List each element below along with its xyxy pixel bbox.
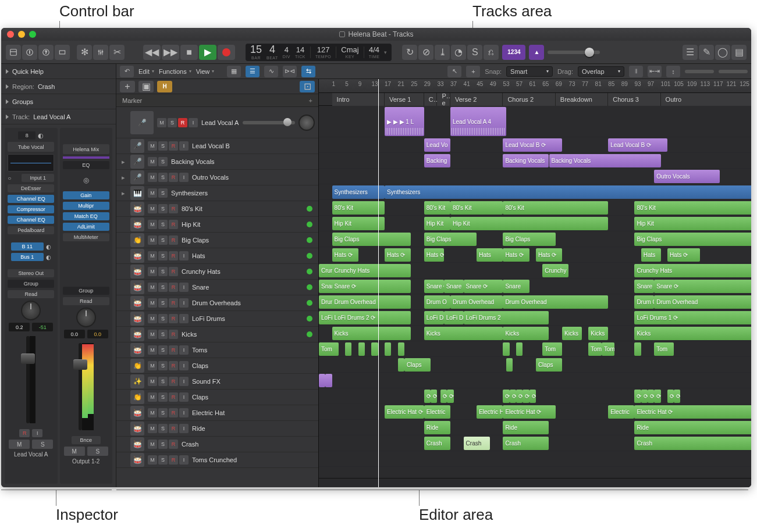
track-header[interactable]: 🎤MSRILead Vocal B xyxy=(116,138,318,154)
region[interactable]: Hip Kit xyxy=(450,217,608,230)
insert-slot[interactable]: Multipr xyxy=(63,202,109,210)
region[interactable]: ⟳ xyxy=(648,390,654,403)
marker[interactable]: Verse 1 xyxy=(385,93,424,106)
region[interactable] xyxy=(634,342,641,356)
region[interactable]: Hats xyxy=(641,248,661,262)
region[interactable]: Synthesizers xyxy=(332,185,385,199)
level-field[interactable]: 0.2 xyxy=(9,323,30,331)
region[interactable]: Lead Vocal B ⟳ xyxy=(608,138,667,152)
solo-button[interactable]: S xyxy=(158,408,168,417)
waveform-zoom-button[interactable]: ⫴ xyxy=(629,66,643,77)
track-header[interactable]: 🥁MSRISnare xyxy=(116,280,318,295)
insert-slot[interactable]: Match EQ xyxy=(63,212,109,220)
record-button[interactable]: R xyxy=(169,173,178,182)
region[interactable]: Tom xyxy=(588,342,602,356)
duplicate-track-button[interactable]: ▣ xyxy=(138,81,154,92)
horizontal-scrollbar[interactable] xyxy=(319,478,751,487)
region[interactable]: ⟳ xyxy=(667,390,674,403)
region[interactable]: Crunchy xyxy=(542,264,568,277)
metronome-button[interactable]: ▲ xyxy=(529,45,544,60)
region[interactable]: ⟳ xyxy=(510,390,516,403)
input-monitor-button[interactable]: I xyxy=(179,455,189,465)
region[interactable]: Big Claps xyxy=(503,233,555,246)
input-monitor-button[interactable]: I xyxy=(179,283,189,292)
quick-help-disclosure[interactable]: Quick Help xyxy=(1,64,116,79)
list-editors-button[interactable]: ☰ xyxy=(683,45,698,60)
region[interactable]: Kicks xyxy=(503,327,549,340)
tuner-button[interactable]: ◔ xyxy=(451,45,466,60)
disclosure-triangle-icon[interactable]: ▸ xyxy=(120,158,127,166)
mute-button[interactable]: M xyxy=(148,330,157,339)
region[interactable]: ⟳ xyxy=(634,390,641,403)
flex-button[interactable]: ∿ xyxy=(264,66,278,77)
track-lane[interactable] xyxy=(319,357,751,373)
region[interactable]: ⟳ xyxy=(654,390,660,403)
region[interactable] xyxy=(319,374,325,387)
ruler[interactable]: 1591317212529333741454953576165697377818… xyxy=(319,79,751,93)
region[interactable]: Tom xyxy=(542,342,562,356)
region[interactable]: Kicks xyxy=(424,327,503,340)
region[interactable] xyxy=(516,342,523,356)
marker[interactable]: Outro xyxy=(661,93,751,106)
region[interactable]: Kicks xyxy=(634,327,751,340)
track-header[interactable]: ▸🎹MSSynthesizers xyxy=(116,185,318,201)
solo-button[interactable]: S xyxy=(158,204,168,213)
input-monitor-button[interactable]: I xyxy=(179,314,189,323)
disclosure-triangle-icon[interactable]: ▸ xyxy=(120,174,127,181)
media-button[interactable]: ▤ xyxy=(731,45,747,60)
mute-button[interactable]: M xyxy=(148,141,157,151)
region[interactable]: Backing xyxy=(424,154,450,167)
region[interactable]: Big Claps xyxy=(634,233,751,246)
region[interactable]: Electric xyxy=(424,405,450,419)
region[interactable] xyxy=(345,342,351,356)
setting-slot[interactable]: Tube Vocal xyxy=(8,142,54,152)
insert-slot[interactable]: Channel EQ xyxy=(8,195,54,203)
region[interactable]: Backing Vocals xyxy=(503,154,549,167)
record-button[interactable]: R xyxy=(169,204,178,213)
smart-controls-button[interactable]: ✻ xyxy=(77,45,92,60)
input-monitor-button[interactable]: I xyxy=(179,408,189,417)
toolbar-button[interactable] xyxy=(55,45,70,60)
automation-slot[interactable]: Read xyxy=(63,297,109,305)
region[interactable]: LoFi Dru xyxy=(444,311,464,324)
insert-slot[interactable]: Compressor xyxy=(8,205,54,213)
region[interactable] xyxy=(503,342,509,356)
input-monitor-button[interactable]: I xyxy=(179,251,189,260)
region[interactable]: Ride xyxy=(424,421,450,434)
region[interactable]: Hats ⟳ xyxy=(536,248,562,262)
insert-slot[interactable]: Channel EQ xyxy=(8,216,54,224)
region[interactable]: ⟳ xyxy=(641,390,648,403)
region[interactable]: Hats ⟳ xyxy=(503,248,529,262)
mute-button[interactable]: M xyxy=(148,267,157,276)
inspector-button[interactable]: i xyxy=(22,45,37,60)
mute-button[interactable]: M xyxy=(148,188,157,198)
grid-button[interactable]: ▦ xyxy=(227,66,241,77)
solo-button[interactable]: S xyxy=(158,267,168,276)
track-header[interactable]: ▸🎤MSRIOutro Vocals xyxy=(116,170,318,185)
track-lane[interactable] xyxy=(319,106,751,137)
track-header[interactable]: 🥁MSRIDrum Overheads xyxy=(116,295,318,311)
group-slot[interactable]: Group xyxy=(8,280,54,288)
playhead[interactable] xyxy=(378,79,379,487)
lcd-display[interactable]: 15BAR 4BEAT 4DIV 14TICK 127TEMPO CmajKEY… xyxy=(246,44,392,61)
input-slot[interactable]: Input 1 xyxy=(22,174,54,182)
track-header[interactable]: 🥁MSRILoFi Drums xyxy=(116,311,318,327)
region[interactable]: Electric Hat ⟳ xyxy=(634,405,751,419)
insert-slot[interactable]: MultiMeter xyxy=(63,233,109,241)
disclosure-triangle-icon[interactable]: ▸ xyxy=(120,190,127,197)
track-header[interactable]: 👏MSRBig Claps xyxy=(116,233,318,248)
region[interactable]: 80's Kit xyxy=(634,201,751,215)
global-tracks-button[interactable]: H xyxy=(157,81,172,92)
solo-button[interactable]: S xyxy=(158,141,168,151)
track-disclosure[interactable]: Track: Lead Vocal A xyxy=(1,109,116,124)
record-button[interactable]: R xyxy=(169,298,178,308)
peak-field[interactable]: 0.0 xyxy=(87,330,108,338)
mixer-button[interactable] xyxy=(93,45,108,60)
track-volume-slider[interactable] xyxy=(243,121,295,124)
loops-button[interactable]: ◯ xyxy=(715,45,730,60)
region[interactable]: Big Claps xyxy=(332,233,411,246)
help-button[interactable]: ? xyxy=(38,45,54,60)
vertical-zoom-button[interactable]: ↕ xyxy=(666,66,680,77)
mute-button[interactable]: M xyxy=(148,440,157,449)
library-button[interactable] xyxy=(6,45,21,60)
